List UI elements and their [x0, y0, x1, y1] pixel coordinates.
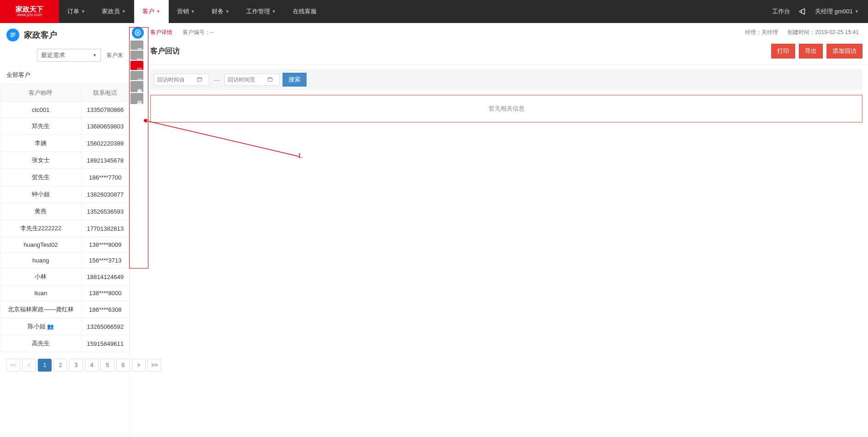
table-row[interactable]: huangTest02138****8009 [0, 237, 130, 253]
side-tab-5[interactable]: 其他门店服务 [130, 93, 143, 104]
svg-rect-6 [268, 78, 272, 82]
left-title: 家政客户 [24, 29, 57, 41]
section-title: 客户回访 [150, 47, 180, 56]
page-btn-<: < [22, 359, 36, 372]
nav-item-0[interactable]: 订单▼ [59, 0, 94, 23]
nav-item-3[interactable]: 营销▼ [169, 0, 203, 23]
page-btn-2[interactable]: 2 [53, 359, 67, 372]
chevron-down-icon: ▼ [81, 9, 85, 14]
left-pane: 家政客户 最近需求 ▼ 客户来 全部客户 客户称呼 联系电话 ctc001133… [0, 23, 130, 437]
table-row[interactable]: 黄燕13526536593 [0, 203, 130, 220]
table-row[interactable]: 北京福林家政——龚红林186****6308 [0, 301, 130, 318]
empty-result: 暂无相关信息 [150, 95, 862, 122]
nav-item-label: 在线客服 [293, 7, 317, 16]
side-tab-2[interactable]: 回访记录 [130, 61, 143, 70]
cell-name: 高先生 [0, 335, 82, 352]
nav-item-4[interactable]: 财务▼ [203, 0, 238, 23]
table-row[interactable]: 钟小姐13826030877 [0, 186, 130, 203]
chevron-down-icon: ▼ [156, 9, 160, 14]
nav-user-label: 关经理 gm001 [815, 7, 853, 16]
cell-phone: 15915849611 [81, 335, 129, 352]
table-row[interactable]: 贺先生186****7700 [0, 169, 130, 186]
svg-rect-5 [198, 78, 202, 82]
nav-item-6[interactable]: 在线客服 [284, 0, 325, 23]
logo-sub: www.jztx.com [17, 13, 42, 17]
svg-rect-0 [11, 33, 16, 34]
date-to-input[interactable] [224, 74, 280, 86]
side-tab-1[interactable]: 附件档案 [130, 51, 143, 60]
nav-item-label: 订单 [67, 7, 79, 16]
add-visit-button[interactable]: 添加回访 [827, 44, 862, 58]
nav-user[interactable]: 关经理 gm001▼ [815, 7, 859, 16]
cell-name: 黄燕 [0, 203, 82, 220]
table-row[interactable]: 高先生15915849611 [0, 335, 130, 352]
person-icon: 👥 [47, 323, 54, 330]
cell-phone: 186****7700 [81, 169, 129, 186]
customer-list-icon [6, 29, 19, 41]
detail-header-sub: 客户编号：-- [183, 29, 214, 36]
cell-phone: 138****8009 [81, 237, 129, 253]
nav-item-label: 营销 [177, 7, 189, 16]
search-button[interactable]: 搜索 [283, 73, 307, 87]
nav-item-5[interactable]: 工作管理▼ [238, 0, 284, 23]
svg-rect-2 [11, 36, 14, 37]
page-btn-5[interactable]: 5 [100, 359, 114, 372]
date-from-input[interactable] [154, 74, 209, 86]
nav-item-label: 家政员 [102, 7, 120, 16]
cell-name: 张女士 [0, 152, 82, 169]
cell-name: 郑先生 [0, 118, 82, 135]
filter-secondary-label: 客户来 [104, 52, 123, 59]
page-btn-1[interactable]: 1 [38, 359, 52, 372]
table-row[interactable]: 张女士18921345678 [0, 152, 130, 169]
date-from-field[interactable] [157, 76, 194, 83]
side-tab-3[interactable]: 评价记录 [130, 71, 143, 80]
page-btn-4[interactable]: 4 [85, 359, 99, 372]
detail-header-title: 客户详情 [150, 29, 172, 36]
date-range-dash: — [212, 76, 222, 83]
close-detail-button[interactable] [132, 27, 144, 39]
detail-created: 创建时间：2019-02-25 15:41 [787, 29, 859, 36]
cell-name: ctc001 [0, 102, 82, 118]
side-tab-4[interactable]: 本店服务历史 [130, 81, 143, 92]
table-row[interactable]: huang156****3713 [0, 253, 130, 268]
page-btn->[interactable]: > [132, 359, 146, 372]
announce-icon[interactable] [798, 8, 807, 15]
table-row[interactable]: 陈小姐👥13265066592 [0, 318, 130, 335]
nav-item-1[interactable]: 家政员▼ [94, 0, 134, 23]
nav-item-label: 财务 [212, 7, 224, 16]
cell-name: 北京福林家政——龚红林 [0, 301, 82, 318]
table-row[interactable]: 郑先生13680659803 [0, 118, 130, 135]
logo[interactable]: 家政天下 www.jztx.com [0, 0, 59, 23]
page-btn->>[interactable]: >> [148, 359, 161, 372]
cell-phone: 13350780866 [81, 102, 129, 118]
table-row[interactable]: liuan138****8000 [0, 286, 130, 301]
export-button[interactable]: 导出 [799, 44, 823, 58]
cell-name: 李先生2222222 [0, 220, 82, 237]
col-phone: 联系电话 [81, 84, 129, 102]
nav-item-label: 工作管理 [246, 7, 270, 16]
page-btn-3[interactable]: 3 [69, 359, 83, 372]
annotation-label: 1. [298, 152, 303, 159]
table-row[interactable]: ctc00113350780866 [0, 102, 130, 118]
cell-name: 李姨 [0, 135, 82, 152]
cell-name: huangTest02 [0, 237, 82, 253]
calendar-icon [267, 76, 273, 83]
table-row[interactable]: 李先生222222217701382813 [0, 220, 130, 237]
cell-phone: 156****3713 [81, 253, 129, 268]
nav-workbench[interactable]: 工作台 [772, 7, 790, 16]
table-row[interactable]: 李姨15602220389 [0, 135, 130, 152]
detail-pane: 客户详情 客户编号：-- 经理：关经理 创建时间：2019-02-25 15:4… [130, 23, 868, 437]
side-tab-0[interactable]: 基本情况 [130, 41, 143, 50]
cell-phone: 18921345678 [81, 152, 129, 169]
nav-item-2[interactable]: 客户▼ [134, 0, 169, 23]
filter-select[interactable]: 最近需求 ▼ [37, 49, 101, 62]
chevron-down-icon: ▼ [191, 9, 195, 14]
print-button[interactable]: 打印 [771, 44, 795, 58]
date-to-field[interactable] [228, 76, 265, 83]
table-row[interactable]: 小林18814124649 [0, 268, 130, 286]
page-btn-6[interactable]: 6 [116, 359, 130, 372]
chevron-down-icon: ▼ [225, 9, 230, 14]
cell-phone: 17701382813 [81, 220, 129, 237]
cell-phone: 13680659803 [81, 118, 129, 135]
cell-phone: 186****6308 [81, 301, 129, 318]
